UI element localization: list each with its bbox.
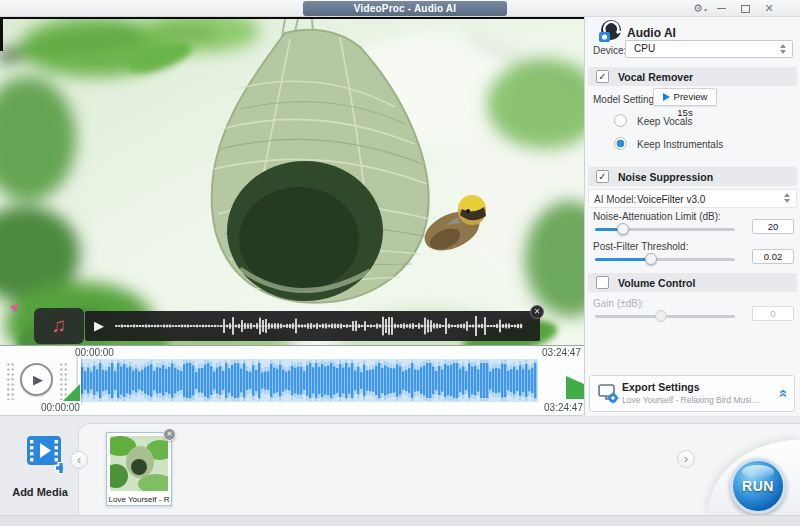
collapse-chevrons-icon[interactable]: « — [775, 389, 792, 397]
noise-suppression-checkbox[interactable]: ✓ — [596, 170, 609, 183]
threshold-value-input[interactable] — [752, 249, 794, 264]
section-volume-control: ✓ Volume Control — [588, 273, 797, 292]
play-triangle-icon — [663, 93, 670, 101]
model-settings-label: Model Settings: — [593, 94, 662, 105]
video-preview — [0, 17, 584, 345]
threshold-slider[interactable] — [595, 253, 735, 265]
timeline-play-button[interactable]: ▶ — [20, 363, 53, 396]
overlay-play-icon[interactable]: ▶ — [94, 311, 104, 341]
export-settings-icon — [598, 384, 620, 404]
scroll-right-button[interactable]: › — [677, 450, 695, 468]
audio-waveform-track[interactable] — [80, 359, 538, 402]
export-settings-title: Export Settings — [622, 381, 700, 393]
gain-slider — [595, 310, 735, 322]
remove-clip-icon[interactable]: ✕ — [163, 428, 176, 441]
drag-grip[interactable] — [6, 362, 15, 400]
attenuation-label: Noise-Attenuation Limit (dB): — [593, 211, 721, 222]
vocal-remover-checkbox[interactable]: ✓ — [596, 70, 609, 83]
keep-vocals-radio[interactable] — [614, 114, 627, 127]
stepper-arrows-icon[interactable] — [784, 193, 791, 203]
clip-thumbnail-card[interactable]: Love Yourself - R ✕ — [106, 432, 172, 506]
ai-model-select[interactable]: AI Model: VoiceFilter v3.0 — [588, 189, 797, 208]
threshold-slider-thumb[interactable] — [645, 253, 657, 265]
video-edge — [0, 17, 3, 51]
gear-caret-icon[interactable]: ▾ — [704, 6, 707, 13]
gain-slider-thumb — [655, 310, 667, 322]
audio-ai-panel: Audio AI Device: CPU ✓ Vocal Remover Mod… — [584, 17, 800, 416]
minimize-icon — [717, 8, 726, 9]
device-select[interactable]: CPU — [625, 40, 793, 58]
attenuation-value-input[interactable] — [752, 219, 794, 234]
window-bottom-edge — [0, 515, 800, 526]
gain-label: Gain (±dB): — [593, 298, 644, 309]
section-noise-suppression: ✓ Noise Suppression — [588, 167, 797, 186]
minimize-button[interactable] — [712, 1, 730, 15]
export-filename: Love Yourself - Relaxing Bird Music.mp4 — [622, 395, 764, 405]
timeline-panel: ▶ 00:00:00 03:24:47 00:00:00 03:24:47 — [0, 345, 585, 416]
clip-name: Love Yourself - R — [107, 495, 171, 504]
threshold-label: Post-Filter Threshold: — [593, 241, 688, 252]
stepper-arrows-icon[interactable] — [780, 44, 787, 54]
keep-instrumentals-label: Keep Instrumentals — [637, 139, 723, 150]
run-button[interactable]: RUN — [730, 458, 786, 514]
player-seek-bar[interactable]: ▶ ✕ — [85, 311, 540, 341]
clip-end-time: 03:24:47 — [542, 347, 581, 358]
total-duration: 03:24:47 — [544, 402, 583, 413]
app-title: VideoProc - Audio AI — [303, 1, 507, 16]
audio-ai-logo-icon — [597, 19, 623, 45]
export-settings-card[interactable]: Export Settings Love Yourself - Relaxing… — [589, 375, 795, 412]
maximize-button[interactable] — [736, 1, 754, 15]
device-label: Device: — [593, 45, 626, 56]
ai-model-value: VoiceFilter v3.0 — [637, 194, 705, 205]
music-note-button[interactable]: ♫ — [34, 308, 84, 344]
scroll-left-button[interactable]: ‹ — [70, 451, 88, 469]
media-tray: Add Media ‹ Love Yourself - R ✕ › RUN — [0, 416, 800, 526]
current-time: 00:00:00 — [41, 402, 80, 413]
ai-model-label: AI Model: — [594, 194, 636, 205]
keep-vocals-label: Keep Vocals — [637, 116, 693, 127]
close-button[interactable]: ✕ — [760, 1, 778, 15]
volume-control-checkbox[interactable]: ✓ — [596, 276, 609, 289]
clip-thumbnail-image — [110, 436, 168, 491]
attenuation-slider-thumb[interactable] — [617, 223, 629, 235]
titlebar: VideoProc - Audio AI ⚙ ▾ ✕ — [0, 0, 800, 17]
keep-instrumentals-radio[interactable] — [614, 137, 627, 150]
maximize-icon — [741, 5, 750, 13]
add-media-button[interactable]: Add Media — [10, 434, 70, 496]
gain-value-input — [752, 306, 794, 321]
preview-button[interactable]: Preview 15s — [653, 88, 717, 106]
playbar-close-icon[interactable]: ✕ — [530, 305, 544, 319]
overlay-waveform — [115, 311, 528, 341]
clip-list-panel — [78, 423, 800, 515]
panel-title: Audio AI — [627, 26, 676, 40]
video-frame-bird-nest — [0, 19, 584, 345]
section-vocal-remover: ✓ Vocal Remover — [588, 67, 797, 86]
drag-grip[interactable] — [59, 362, 68, 400]
trim-end-handle[interactable] — [566, 376, 584, 399]
add-media-icon — [17, 434, 63, 478]
add-media-label: Add Media — [10, 486, 70, 498]
attenuation-slider[interactable] — [595, 223, 735, 235]
